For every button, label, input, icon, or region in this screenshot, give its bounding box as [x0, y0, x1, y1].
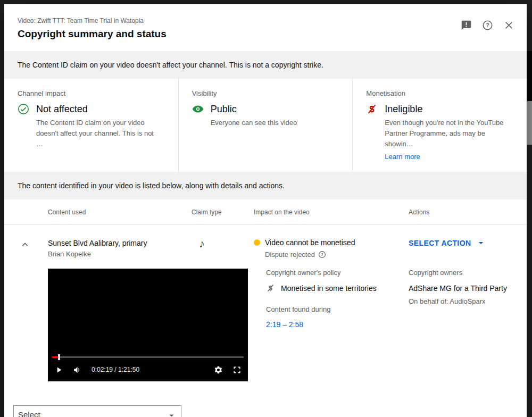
- fullscreen-button[interactable]: [232, 365, 242, 374]
- video-subtitle: Video: Zwift TTT: Team Time Trial in Wat…: [18, 16, 167, 25]
- help-circle-icon: ?: [318, 251, 326, 258]
- dispute-help-button[interactable]: ?: [318, 251, 326, 258]
- svg-text:?: ?: [321, 253, 323, 257]
- close-icon: [503, 20, 514, 31]
- page-scrollbar[interactable]: [527, 101, 532, 145]
- claims-table-header: Content used Claim type Impact on the vi…: [4, 199, 527, 225]
- card-label: Visibility: [192, 89, 340, 97]
- table-intro-banner: The content identified in your video is …: [4, 172, 527, 199]
- impact-substatus-text: Dispute rejected: [265, 251, 315, 258]
- background-video-edge: [527, 51, 532, 101]
- policy-details: Copyright owner's policy $ Monetised in …: [254, 269, 409, 381]
- help-button[interactable]: ?: [480, 18, 495, 32]
- feedback-icon: [461, 20, 472, 31]
- learn-more-link[interactable]: Learn more: [385, 153, 420, 161]
- status-text: Ineligible: [385, 103, 422, 115]
- policy-label: Copyright owner's policy: [266, 269, 409, 277]
- status-text: Public: [211, 103, 237, 115]
- card-label: Channel impact: [18, 89, 165, 97]
- help-icon: ?: [482, 20, 493, 31]
- check-circle-icon: [18, 103, 29, 115]
- dialog-titles: Video: Zwift TTT: Team Time Trial in Wat…: [18, 13, 167, 41]
- channel-impact-card: Channel impact Not affected The Content …: [4, 79, 178, 172]
- play-button[interactable]: [54, 365, 63, 374]
- channel-impact-status: Not affected: [18, 103, 165, 115]
- policy-value-row: $ Monetised in some territories: [266, 283, 409, 293]
- dialog-title: Copyright summary and status: [18, 27, 167, 41]
- gear-icon: [214, 365, 223, 374]
- volume-button[interactable]: [73, 365, 82, 374]
- select-dropdown[interactable]: Select: [13, 405, 181, 417]
- owner-behalf: On behalf of: AudioSparx: [409, 297, 527, 305]
- impact-status-text: Video cannot be monetised: [265, 238, 355, 247]
- summary-cards: Channel impact Not affected The Content …: [4, 79, 527, 172]
- monetisation-card: Monetisation $ Ineligible Even though yo…: [352, 79, 527, 172]
- player-controls: 0:02:19 / 1:21:50: [48, 358, 248, 381]
- play-icon: [54, 365, 63, 374]
- content-used-cell: Sunset Blvd Aalibrary, primary Brian Kop…: [48, 238, 192, 269]
- column-claim-type: Claim type: [192, 208, 254, 216]
- dollar-slash-icon: $: [366, 103, 378, 115]
- timestamp-link[interactable]: 2:19 – 2:58: [266, 320, 303, 329]
- expander-cell: [4, 238, 48, 269]
- card-label: Monetisation: [366, 89, 514, 97]
- chevron-up-icon: [20, 239, 30, 250]
- card-description: Everyone can see this video: [211, 118, 337, 128]
- eye-icon: [192, 103, 204, 115]
- track-title: Sunset Blvd Aalibrary, primary: [48, 238, 192, 248]
- player-time: 0:02:19 / 1:21:50: [92, 366, 139, 373]
- status-text: Not affected: [36, 103, 88, 115]
- impact-cell: Video cannot be monetised Dispute reject…: [254, 238, 409, 269]
- dialog-header: Video: Zwift TTT: Team Time Trial in Wat…: [4, 4, 527, 51]
- volume-icon: [73, 365, 82, 374]
- policy-value: Monetised in some territories: [281, 284, 377, 293]
- column-actions: Actions: [409, 208, 527, 216]
- column-content-used: Content used: [48, 208, 192, 216]
- svg-text:?: ?: [486, 22, 489, 28]
- send-feedback-button[interactable]: [459, 18, 473, 32]
- select-action-label: SELECT ACTION: [409, 238, 471, 248]
- visibility-status: Public: [192, 103, 340, 115]
- collapse-row-button[interactable]: [20, 238, 32, 251]
- copyright-owners: Copyright owners AdShare MG for a Third …: [409, 269, 527, 381]
- card-description: The Content ID claim on your video doesn…: [36, 118, 162, 149]
- actions-cell: SELECT ACTION: [409, 238, 527, 269]
- caret-down-icon: [476, 238, 486, 248]
- claim-table-row: Sunset Blvd Aalibrary, primary Brian Kop…: [4, 225, 527, 269]
- select-action-button[interactable]: SELECT ACTION: [409, 238, 486, 248]
- warning-dot-icon: [254, 239, 260, 246]
- select-dropdown-label: Select: [18, 410, 40, 417]
- chevron-down-icon: [167, 411, 177, 417]
- close-button[interactable]: [501, 18, 516, 32]
- music-note-icon: ♪: [192, 238, 254, 269]
- card-description: Even though you're not in the YouTube Pa…: [385, 118, 511, 149]
- strike-info-banner: The Content ID claim on your video doesn…: [4, 51, 527, 79]
- claim-details: 0:02:19 / 1:21:50 Copyright owner's poli…: [4, 269, 527, 396]
- header-actions: ?: [459, 18, 516, 32]
- owner-name: AdShare MG for a Third Party: [409, 283, 527, 294]
- copyright-summary-dialog: Video: Zwift TTT: Team Time Trial in Wat…: [4, 4, 527, 417]
- fullscreen-icon: [232, 365, 242, 374]
- column-impact: Impact on the video: [254, 208, 409, 216]
- monetisation-status: $ Ineligible: [366, 103, 514, 115]
- dollar-slash-small-icon: $: [266, 283, 275, 293]
- owners-label: Copyright owners: [409, 269, 527, 277]
- player-settings-button[interactable]: [214, 365, 223, 374]
- track-artist: Brian Kopelke: [48, 250, 192, 258]
- video-player[interactable]: 0:02:19 / 1:21:50: [48, 269, 248, 381]
- visibility-card: Visibility Public Everyone can see this …: [178, 79, 353, 172]
- found-during-label: Content found during: [266, 305, 409, 314]
